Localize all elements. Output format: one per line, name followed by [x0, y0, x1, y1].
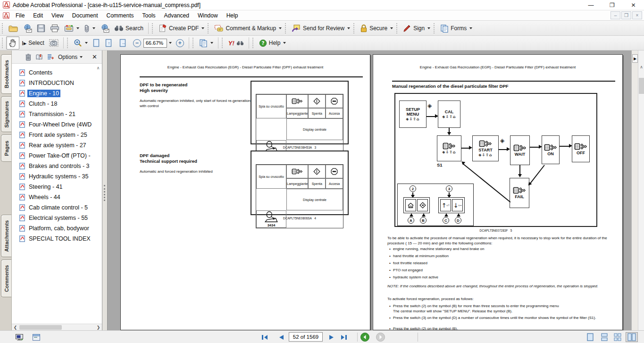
continuous-view-button[interactable] [598, 332, 611, 342]
search-button[interactable]: Search [112, 23, 146, 33]
two-up-view-button[interactable] [626, 332, 638, 342]
doc-restore-button[interactable]: ❐ [621, 11, 631, 19]
menu-edit[interactable]: Edit [29, 11, 47, 20]
send-for-review-button[interactable]: Send for Review [289, 22, 352, 34]
toolbar-grip[interactable] [396, 23, 399, 33]
bookmark-engine[interactable]: Engine - 10 [12, 88, 102, 99]
toolbar-grip[interactable] [2, 23, 4, 33]
minimize-button[interactable]: — [580, 0, 602, 10]
snapshot-tool-button[interactable] [47, 37, 61, 49]
bookmark-four-wheel-drive[interactable]: Four-Wheel Drive (4WD [12, 119, 102, 130]
zoom-dropdown-caret-icon[interactable] [169, 42, 172, 44]
open-web-button[interactable] [20, 22, 34, 34]
bookmark-front-axle[interactable]: Front axle system - 25 [12, 130, 102, 140]
options-menu-button[interactable]: Options [58, 54, 83, 60]
previous-page-button[interactable] [276, 333, 286, 342]
zoom-in-button[interactable]: + [174, 37, 186, 49]
bookmark-wheels[interactable]: Wheels - 44 [12, 192, 102, 202]
doc-close-button[interactable]: × [632, 11, 642, 19]
zoom-tool-button[interactable] [71, 37, 90, 49]
close-button[interactable]: ✕ [623, 0, 644, 10]
close-panel-button[interactable]: ✕ [92, 53, 97, 60]
scroll-right-icon[interactable]: ❯ [95, 324, 102, 331]
window-mode-icon[interactable] [31, 333, 42, 342]
print-button[interactable] [48, 22, 62, 34]
bookmark-contents[interactable]: Contents [12, 67, 102, 78]
fit-width-button[interactable]: ↔ [117, 37, 131, 49]
save-button[interactable] [34, 22, 48, 34]
yahoo-search-button[interactable]: Y! [226, 38, 246, 49]
expand-current-bookmark-button[interactable] [35, 54, 43, 60]
menu-tools[interactable]: Tools [138, 11, 160, 20]
zoom-level-input[interactable] [143, 39, 167, 48]
hscroll-thumb[interactable] [19, 325, 62, 330]
bookmark-steering[interactable]: Steering - 41 [12, 182, 102, 192]
panel-splitter[interactable] [102, 50, 108, 330]
bookmark-clutch[interactable]: Clutch - 18 [12, 99, 102, 109]
sign-button[interactable]: Sign [401, 22, 433, 34]
menu-window[interactable]: Window [193, 11, 222, 20]
organizer-button[interactable] [62, 23, 82, 34]
help-button[interactable]: Help [257, 37, 289, 49]
fit-page-button[interactable]: ↕ [102, 37, 117, 49]
open-button[interactable] [6, 23, 20, 34]
bookmark-brakes[interactable]: Brakes and controls - 3 [12, 161, 102, 171]
document-area[interactable]: Engine - Exhaust Gas Recirculation (EGR)… [108, 50, 631, 330]
vscroll-thumb[interactable] [639, 78, 644, 94]
menu-view[interactable]: View [47, 11, 68, 20]
toolbar-grip[interactable] [434, 23, 436, 33]
email-button[interactable] [98, 22, 112, 34]
last-page-button[interactable] [339, 333, 349, 342]
forms-button[interactable]: Forms [438, 22, 475, 34]
bookmark-cab-climate[interactable]: Cab climate control - 5 [12, 202, 102, 213]
tab-attachments[interactable]: Attachments [1, 215, 11, 257]
bookmark-special-tool-index[interactable]: SPECIAL TOOL INDEX [12, 234, 102, 244]
comment-markup-button[interactable]: Comment & Markup [212, 23, 284, 34]
tab-bookmarks[interactable]: Bookmarks [1, 54, 11, 94]
next-view-button[interactable] [375, 333, 385, 342]
toolbar-grip[interactable] [192, 38, 195, 48]
secure-button[interactable]: Secure [358, 22, 395, 34]
previous-view-button[interactable] [360, 333, 370, 342]
bookmark-hydraulic[interactable]: Hydraulic systems - 35 [12, 171, 102, 182]
select-tool-button[interactable]: I▸Select [19, 38, 47, 49]
scroll-left-icon[interactable]: ❮ [12, 324, 19, 331]
new-bookmark-button[interactable] [47, 54, 54, 60]
tab-pages[interactable]: Pages [1, 134, 11, 162]
single-page-view-button[interactable] [584, 332, 596, 342]
toolbar-grip[interactable] [222, 38, 224, 48]
bookmark-platform-cab[interactable]: Platform, cab, bodywor [12, 223, 102, 234]
tab-signatures[interactable]: Signatures [1, 96, 11, 132]
bookmark-pto[interactable]: Power Take-Off (PTO) - [12, 151, 102, 161]
zoom-out-button[interactable]: − [131, 37, 143, 49]
toolbar-grip[interactable] [2, 38, 4, 48]
toolbar-grip[interactable] [152, 23, 154, 33]
toolbar-grip[interactable] [208, 23, 210, 33]
toolbar-grip[interactable] [353, 23, 356, 33]
hand-tool-button[interactable] [6, 36, 19, 50]
expand-right-pane-button[interactable]: ▶ [632, 54, 638, 63]
menu-advanced[interactable]: Advanced [160, 11, 193, 20]
actual-size-button[interactable] [90, 37, 102, 49]
page-number-input[interactable] [289, 332, 323, 342]
document-vscrollbar[interactable]: ∧ [638, 50, 644, 330]
page-display-button[interactable] [197, 37, 216, 49]
restore-button[interactable]: ❐ [602, 0, 623, 10]
toolbar-grip[interactable] [67, 38, 69, 48]
scroll-up-icon[interactable]: ∧ [638, 65, 644, 69]
splitter-grip[interactable] [104, 185, 106, 201]
delete-bookmark-button[interactable] [25, 53, 32, 61]
bookmarks-hscrollbar[interactable]: ❮ ❯ [12, 324, 102, 330]
create-pdf-button[interactable]: Create PDF [156, 22, 207, 34]
attach-button[interactable] [82, 22, 98, 34]
bookmark-transmission[interactable]: Transmission - 21 [12, 109, 102, 119]
menu-file[interactable]: File [11, 11, 29, 20]
doc-minimize-button[interactable]: – [611, 11, 620, 19]
bookmark-introduction[interactable]: INTRODUCTION [12, 78, 102, 88]
menu-help[interactable]: Help [222, 11, 243, 20]
menu-document[interactable]: Document [68, 11, 102, 20]
toolbar-grip[interactable] [285, 23, 287, 33]
bookmark-rear-axle[interactable]: Rear axle system - 27 [12, 140, 102, 151]
menu-comments[interactable]: Comments [102, 11, 138, 20]
tab-comments[interactable]: Comments [1, 259, 11, 297]
